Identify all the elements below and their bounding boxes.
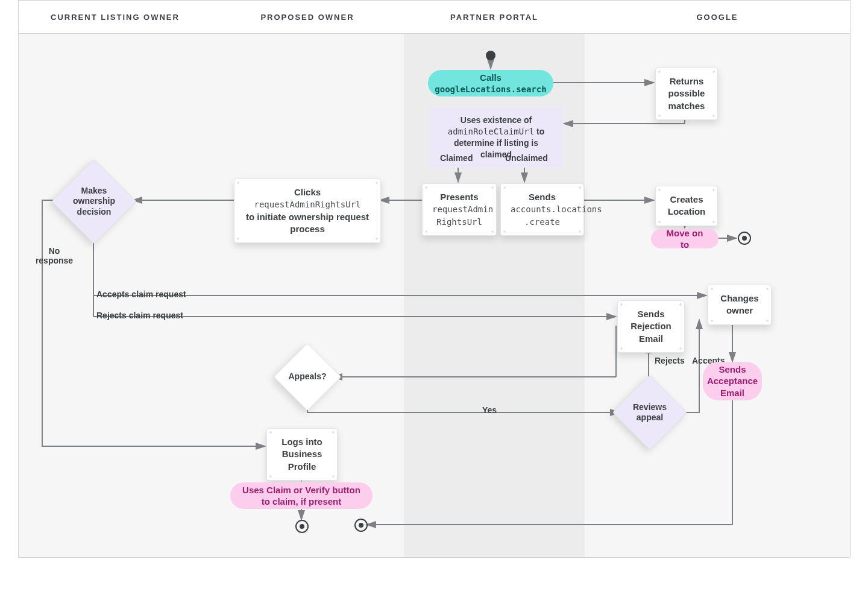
action-creates-location: Creates Location — [655, 186, 718, 226]
label: Reviews appeal — [623, 402, 676, 423]
label: Changes owner — [720, 293, 758, 315]
code2: RightsUrl — [436, 217, 482, 227]
code: googleLocations.search — [435, 84, 546, 95]
label: Move on to — [662, 227, 708, 251]
end-node-create — [738, 232, 751, 245]
action-sends-acceptance: Sends Acceptance Email — [703, 362, 762, 400]
code: accounts.locations — [511, 204, 602, 214]
edge-label-accepts-claim: Accepts claim request — [96, 289, 186, 299]
code2: .create — [524, 217, 560, 227]
action-logs-into-bp: Logs into Business Profile — [266, 428, 338, 481]
label: Calls — [480, 72, 502, 84]
edge-label-rejects: Rejects — [655, 356, 685, 365]
edge-label-unclaimed: Unclaimed — [505, 153, 548, 163]
edge-label-no-response: No response — [30, 246, 78, 265]
label: Sends — [529, 192, 556, 202]
code: adminRoleClaimUrl — [448, 127, 534, 136]
edge-label-claimed: Claimed — [440, 153, 473, 163]
action-uses-claim: Uses Claim or Verify button to claim, if… — [230, 482, 373, 509]
label: Appeals? — [288, 371, 326, 382]
label2: to initiate ownership request process — [246, 212, 369, 234]
decision-reviews-appeal: Reviews appeal — [623, 386, 676, 439]
label: Presents — [440, 192, 478, 202]
action-calls-search: Calls googleLocations.search — [428, 70, 553, 96]
label: Clicks — [294, 187, 321, 197]
action-returns-matches: Returns possible matches — [655, 68, 718, 120]
action-sends-create: Sends accounts.locations .create — [500, 183, 584, 236]
edge-label-yes: Yes — [482, 405, 497, 415]
label: Returns possible matches — [668, 76, 705, 111]
end-node-claim — [295, 520, 309, 533]
label: Sends Acceptance Email — [707, 364, 758, 399]
action-changes-owner: Changes owner — [708, 285, 772, 325]
action-move-on: Move on to — [651, 229, 719, 248]
label: Uses Claim or Verify button to claim, if… — [241, 484, 362, 508]
action-presents-url: Presents requestAdmin RightsUrl — [422, 183, 497, 236]
start-node — [486, 51, 495, 60]
decision-appeals: Appeals? — [283, 353, 332, 401]
label: Sends Rejection Email — [631, 309, 671, 344]
code: requestAdminRightsUrl — [254, 200, 360, 209]
label: Logs into Business Profile — [281, 437, 322, 472]
label: Uses existence of — [461, 115, 532, 125]
end-node-acceptance — [354, 519, 368, 532]
label: Makes ownership decision — [67, 186, 121, 218]
action-clicks-request: Clicks requestAdminRightsUrl to initiate… — [234, 178, 381, 243]
label: Creates Location — [668, 194, 706, 216]
flowchart-canvas: CURRENT LISTING OWNER PROPOSED OWNER PAR… — [0, 0, 868, 603]
code: requestAdmin — [432, 204, 493, 214]
edge-label-rejects-claim: Rejects claim request — [96, 311, 183, 320]
action-sends-rejection: Sends Rejection Email — [617, 300, 685, 353]
decision-makes-ownership: Makes ownership decision — [64, 171, 124, 232]
